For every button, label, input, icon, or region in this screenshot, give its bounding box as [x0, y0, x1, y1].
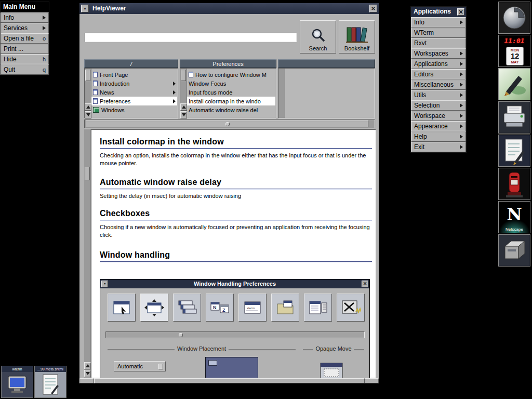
- document-icon: [93, 98, 98, 104]
- menu-close-icon[interactable]: ✕: [457, 8, 464, 16]
- app-menu-item-rxvt[interactable]: Rxvt: [411, 38, 466, 48]
- app-menu-item-wterm[interactable]: WTerm: [411, 28, 466, 38]
- submenu-arrow-icon: [460, 145, 463, 149]
- browser-item-window-focus[interactable]: Window Focus: [187, 79, 275, 88]
- svg-text:Z: Z: [222, 308, 225, 313]
- help-page: Install colormap in the window Checking …: [91, 129, 376, 378]
- applications-menu: Applications ✕ Info WTerm Rxvt Workspace…: [410, 6, 467, 153]
- scroll-up-button[interactable]: [85, 103, 91, 111]
- browser-column1-scrollbar[interactable]: [85, 69, 91, 118]
- search-input[interactable]: [85, 33, 297, 42]
- search-icon: [310, 28, 326, 44]
- app-menu-item-help[interactable]: Help: [411, 131, 466, 142]
- app-menu-item-applications[interactable]: Applications: [411, 59, 466, 69]
- browser-item-automatic-raise[interactable]: Automatic window raise del: [187, 105, 275, 114]
- horizontal-scrollbar-knob[interactable]: [86, 121, 368, 127]
- resize-handle-right[interactable]: [365, 378, 379, 383]
- browser-item-preferences[interactable]: Preferences: [91, 97, 177, 105]
- miniaturize-button[interactable]: ▪: [81, 5, 89, 12]
- browser-item-front-page[interactable]: Front Page: [91, 70, 177, 79]
- crash-handling-icon: [337, 294, 365, 322]
- window-handling-preferences-illustration: ▪ Window Handling Preferences ✕ NZ xt: [100, 279, 370, 378]
- dock-icon-clock[interactable]: 11:01 MON 12 MAY: [498, 35, 530, 67]
- browser-column3-scrollbar[interactable]: [278, 69, 285, 118]
- dock-icon-paint[interactable]: [498, 68, 530, 100]
- illustration-titlebar: ▪ Window Handling Preferences ✕: [100, 280, 369, 288]
- helpviewer-titlebar[interactable]: ▪ HelpViewer ✕: [79, 3, 379, 14]
- miniwindow-label: ...99.meta.shtml: [35, 366, 66, 372]
- browser-column3: [278, 68, 375, 118]
- content-vertical-scrollbar[interactable]: [84, 129, 91, 378]
- dock-icon-window-maker[interactable]: [498, 2, 530, 34]
- dock-icon-mailbox[interactable]: [498, 168, 530, 200]
- bookshelf-button-label: Bookshelf: [344, 45, 369, 51]
- window-maker-logo-icon: [499, 26, 530, 34]
- menu-item-print[interactable]: Print ...: [1, 44, 49, 54]
- scroll-down-button[interactable]: [85, 111, 91, 118]
- illustration-slider: [105, 331, 365, 338]
- browser-column2-header: Preferences: [180, 59, 276, 68]
- app-menu-item-workspace[interactable]: Workspace: [411, 111, 466, 121]
- main-menu-title-label: Main Menu: [3, 3, 35, 10]
- close-button[interactable]: ✕: [369, 5, 377, 12]
- scrollbar-knob[interactable]: [85, 167, 90, 180]
- paint-app-icon: [499, 92, 530, 100]
- browser-item-introduction[interactable]: Introduction: [91, 79, 177, 88]
- mailbox-icon: [499, 192, 530, 200]
- main-menu-title[interactable]: Main Menu: [1, 2, 49, 12]
- menu-item-services[interactable]: Services: [1, 23, 49, 33]
- scroll-up-button[interactable]: [180, 103, 187, 111]
- browser-item-how-to-configure[interactable]: How to configure Window M: [187, 70, 275, 79]
- miniwindow-meta-shtml[interactable]: ...99.meta.shtml: [34, 366, 66, 398]
- resize-handle-left[interactable]: [79, 378, 94, 383]
- browser-column1: Front Page Introduction News Preferences…: [84, 68, 178, 118]
- app-menu-item-utils[interactable]: Utils: [411, 90, 466, 100]
- app-menu-item-selection[interactable]: Selection: [411, 100, 466, 111]
- menu-item-quit[interactable]: Quitq: [1, 64, 49, 75]
- browser-item-news[interactable]: News: [91, 88, 177, 97]
- window-menus-icon: [304, 294, 332, 322]
- browser-column2-scrollbar[interactable]: [180, 69, 187, 118]
- app-menu-item-exit[interactable]: Exit: [411, 142, 466, 152]
- notes-icon: [499, 159, 530, 167]
- scrollbar-knob[interactable]: [85, 70, 90, 81]
- dock-icon-archive[interactable]: [498, 234, 530, 267]
- submenu-arrow-icon: [460, 124, 463, 128]
- app-menu-item-miscellaneous[interactable]: Miscellaneous: [411, 79, 466, 90]
- menu-item-info[interactable]: Info: [1, 12, 49, 23]
- app-menu-item-editors[interactable]: Editors: [411, 69, 466, 79]
- dock-icon-printer[interactable]: [498, 101, 530, 134]
- applications-menu-title[interactable]: Applications ✕: [411, 7, 466, 17]
- resize-handle-middle[interactable]: [94, 378, 365, 383]
- menu-item-open-a-file[interactable]: Open a fileo: [1, 33, 49, 44]
- window-title: HelpViewer: [92, 3, 126, 14]
- main-menu: Main Menu Info Services Open a fileo Pri…: [0, 2, 49, 75]
- dock-icon-notes[interactable]: [498, 135, 530, 167]
- app-menu-item-appearance[interactable]: Appearance: [411, 121, 466, 131]
- scrollbar-knob[interactable]: [181, 70, 186, 81]
- app-menu-item-workspaces[interactable]: Workspaces: [411, 48, 466, 59]
- browser-column1-header: /: [84, 59, 178, 68]
- section-heading: Automatic window raise delay: [100, 178, 372, 189]
- bookshelf-button[interactable]: Bookshelf: [339, 20, 375, 54]
- opaque-move-group: Opaque Move: [303, 349, 364, 378]
- miniwindow-wterm[interactable]: wterm: [1, 366, 33, 398]
- browser-horizontal-scrollbar[interactable]: [84, 119, 375, 128]
- section-heading: Checkboxes: [100, 209, 372, 220]
- opaque-move-label: Opaque Move: [313, 345, 354, 352]
- section-body: Choosing if a new window is automaticall…: [100, 223, 372, 239]
- browser-item-input-focus-mode[interactable]: Input focus mode: [187, 88, 275, 97]
- menu-item-hide[interactable]: Hideh: [1, 54, 49, 64]
- submenu-arrow-icon: [460, 135, 463, 139]
- dock-icon-netscape[interactable]: N Netscape: [498, 201, 530, 233]
- window-focus-icon: NZ: [206, 294, 234, 322]
- search-button[interactable]: Search: [300, 20, 336, 54]
- submenu-arrow-icon: [173, 99, 176, 103]
- scroll-up-button[interactable]: [84, 362, 91, 369]
- browser-item-windows[interactable]: Windows: [91, 105, 177, 114]
- app-menu-item-info[interactable]: Info: [411, 17, 466, 28]
- browser-item-install-colormap[interactable]: Install colormap in the windo: [187, 97, 275, 105]
- archive-box-icon: [499, 259, 530, 267]
- scroll-down-button[interactable]: [84, 370, 91, 377]
- scroll-down-button[interactable]: [180, 111, 187, 118]
